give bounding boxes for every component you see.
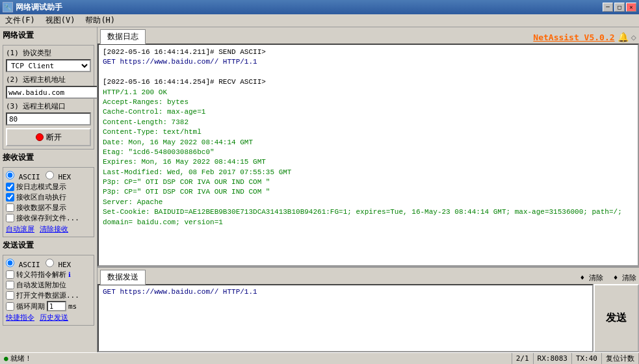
recv-encoding-row: ASCII HEX: [6, 171, 91, 181]
log-recv-line-9: Last-Modified: Wed, 08 Feb 2017 07:55:35…: [103, 168, 291, 176]
send-actions-row: 快捷指令 历史发送: [6, 313, 91, 322]
log-display-checkbox[interactable]: [6, 183, 14, 191]
status-bar: ● 就绪！ 2/1 RX:8083 TX:40 复位计数: [0, 352, 639, 364]
protocol-label: (1) 协议类型: [6, 48, 91, 58]
left-panel: 网络设置 (1) 协议类型 TCP ClientTCP ServerUDP (2…: [0, 27, 98, 352]
send-clear2[interactable]: ♦ 清除: [614, 273, 636, 283]
protocol-select-container: TCP ClientTCP ServerUDP: [6, 59, 91, 72]
title-bar-left: 🔧 网络调试助手: [3, 2, 62, 13]
save-file-row: 接收保存到文件...: [6, 213, 91, 223]
status-rx: RX:8083: [534, 353, 572, 364]
send-settings-box: ASCII HEX 转义符指令解析 ℹ 自动发送附加位 打开文件数据源...: [3, 255, 94, 326]
log-send-timestamp: [2022-05-16 16:44:14.211]# SEND ASCII>: [103, 48, 266, 56]
title-bar: 🔧 网络调试助手 ─ □ ✕: [0, 0, 639, 14]
log-tab-right: NetAssist V5.0.2 🔔 ◇: [533, 32, 636, 44]
send-clear1[interactable]: ♦ 清除: [580, 273, 603, 283]
close-button[interactable]: ✕: [626, 3, 636, 12]
recv-ascii-radio[interactable]: [6, 171, 14, 179]
open-file-row: 打开文件数据源...: [6, 291, 91, 300]
disconnect-icon: [36, 133, 44, 141]
bell-icon: 🔔: [618, 32, 629, 42]
open-file-checkbox[interactable]: [6, 291, 14, 300]
send-ascii-radio[interactable]: [6, 259, 14, 267]
menu-view[interactable]: 视图(V): [43, 14, 78, 27]
log-recv-line-12: Server: Apache: [103, 198, 163, 206]
status-reset[interactable]: 复位计数: [602, 353, 639, 364]
protocol-select[interactable]: TCP ClientTCP ServerUDP: [6, 59, 91, 72]
menu-bar: 文件(F) 视图(V) 帮助(H): [0, 14, 639, 27]
status-tx: TX:40: [572, 353, 602, 364]
log-tab[interactable]: 数据日志: [100, 29, 146, 44]
send-hex-radio[interactable]: [46, 259, 54, 267]
send-area: 数据发送 ♦ 清除 ♦ 清除 GET https://www.baidu.com…: [98, 268, 639, 352]
save-file-checkbox[interactable]: [6, 214, 14, 222]
send-hex-radio-label[interactable]: HEX: [46, 259, 72, 269]
maximize-button[interactable]: □: [614, 3, 625, 12]
status-page-text: 2/1: [516, 354, 529, 363]
network-settings-box: (1) 协议类型 TCP ClientTCP ServerUDP (2) 远程主…: [3, 45, 94, 150]
status-rx-text: RX:8083: [538, 354, 567, 363]
log-recv-line-6: Date: Mon, 16 May 2022 08:44:14 GMT: [103, 138, 253, 146]
recv-hex-radio[interactable]: [46, 171, 54, 179]
disconnect-button[interactable]: 断开: [6, 128, 91, 146]
title-bar-buttons: ─ □ ✕: [603, 3, 636, 12]
auto-send-checkbox[interactable]: [6, 281, 14, 289]
remote-host-input[interactable]: [6, 86, 98, 99]
log-recv-line-4: Content-Length: 7382: [103, 118, 189, 126]
remote-port-label: (3) 远程主机端口: [6, 101, 91, 111]
send-tab-right: ♦ 清除 ♦ 清除: [580, 273, 637, 284]
remote-port-input[interactable]: [6, 112, 91, 125]
escape-checkbox[interactable]: [6, 270, 14, 279]
remote-host-label: (2) 远程主机地址: [6, 75, 91, 84]
no-display-checkbox[interactable]: [6, 203, 14, 212]
send-encoding-row: ASCII HEX: [6, 259, 91, 269]
status-reset-text: 复位计数: [606, 354, 634, 363]
auto-scroll-row: 接收区自动执行: [6, 192, 91, 202]
no-display-row: 接收数据不显示: [6, 203, 91, 213]
log-recv-line-1: HTTP/1.1 200 OK: [103, 88, 167, 96]
loop-row: 循环周期 ms: [6, 301, 91, 311]
log-content: [2022-05-16 16:44:14.211]# SEND ASCII> G…: [98, 44, 639, 266]
status-ready: ● 就绪！: [0, 353, 512, 364]
app-icon: 🔧: [3, 2, 13, 12]
send-tab[interactable]: 数据发送: [100, 270, 146, 285]
status-page: 2/1: [512, 353, 534, 364]
diamond-icon: ◇: [631, 32, 636, 42]
auto-scroll-checkbox[interactable]: [6, 193, 14, 202]
log-send-text: GET https://www.baidu.com// HTTP/1.1: [103, 58, 257, 66]
send-button[interactable]: 发送: [593, 284, 639, 352]
auto-send-row: 自动发送附加位: [6, 280, 91, 290]
loop-checkbox[interactable]: [6, 302, 14, 311]
shortcut-link[interactable]: 快捷指令: [6, 313, 34, 322]
send-content: GET https://www.baidu.com// HTTP/1.1 发送: [98, 284, 639, 352]
recv-settings-title: 接收设置: [3, 152, 94, 163]
log-area: 数据日志 NetAssist V5.0.2 🔔 ◇ [2022-05-16 16…: [98, 27, 639, 268]
loop-value-input[interactable]: [47, 301, 66, 311]
recv-hex-radio-label[interactable]: HEX: [46, 171, 72, 181]
log-recv-line-7: Etag: "1cd6-5480030886bc0": [103, 148, 215, 156]
right-panel: 数据日志 NetAssist V5.0.2 🔔 ◇ [2022-05-16 16…: [98, 27, 639, 352]
send-ascii-radio-label[interactable]: ASCII: [6, 259, 40, 269]
log-entry-send: [2022-05-16 16:44:14.211]# SEND ASCII> G…: [103, 47, 634, 68]
log-recv-timestamp: [2022-05-16 16:44:14.254]# RECV ASCII>: [103, 78, 266, 86]
log-recv-line-5: Content-Type: text/html: [103, 128, 202, 136]
menu-file[interactable]: 文件(F): [3, 14, 38, 27]
recv-settings-box: ASCII HEX 按日志模式显示 接收区自动执行 接收数据不显示: [3, 167, 94, 237]
log-recv-line-11: P3p: CP=" OTI DSP COR IVA OUR IND COM ": [103, 188, 270, 196]
status-ready-text: 就绪！: [10, 354, 32, 363]
minimize-button[interactable]: ─: [603, 3, 613, 12]
recv-ascii-radio-label[interactable]: ASCII: [6, 171, 40, 181]
log-entry-recv: [2022-05-16 16:44:14.254]# RECV ASCII> H…: [103, 77, 634, 228]
clear-recv-link[interactable]: 清除接收: [40, 224, 68, 234]
netassist-version[interactable]: NetAssist V5.0.2: [533, 32, 614, 42]
send-input[interactable]: GET https://www.baidu.com// HTTP/1.1: [98, 284, 593, 352]
recv-actions-row: 自动滚屏 清除接收: [6, 224, 91, 234]
log-recv-line-3: Cache-Control: max-age=1: [103, 108, 205, 116]
log-recv-line-14: domain= baidu.com; version=1: [103, 218, 223, 226]
remote-host-container: ▼: [6, 86, 91, 99]
log-recv-line-2: Accept-Ranges: bytes: [103, 98, 189, 106]
history-link[interactable]: 历史发送: [40, 313, 68, 322]
log-recv-line-8: Expires: Mon, 16 May 2022 08:44:15 GMT: [103, 158, 266, 166]
auto-clear-link[interactable]: 自动滚屏: [6, 224, 34, 234]
menu-help[interactable]: 帮助(H): [83, 14, 118, 27]
